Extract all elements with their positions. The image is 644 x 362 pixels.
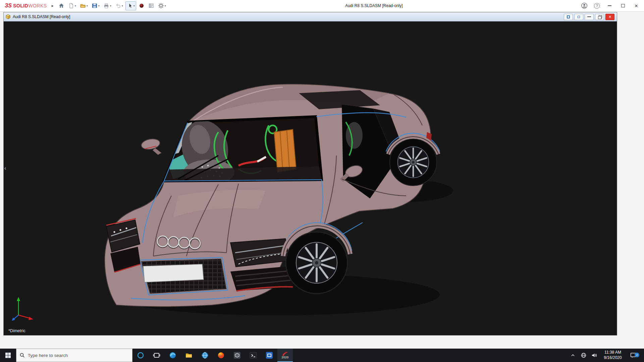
document-titlebar[interactable]: Audi R8 S.SLDASM [Read-only] × bbox=[4, 12, 617, 21]
terminal-button[interactable] bbox=[245, 349, 261, 362]
network-globe-icon bbox=[581, 352, 587, 358]
pane-icon bbox=[578, 16, 580, 18]
document-window-controls: × bbox=[564, 14, 614, 20]
doc-pane-toggle-2-button[interactable] bbox=[574, 14, 583, 20]
cad-cube-icon bbox=[233, 351, 241, 359]
task-view-button[interactable] bbox=[149, 349, 165, 362]
speaker-icon bbox=[591, 352, 597, 358]
account-button[interactable] bbox=[581, 2, 588, 9]
pane-icon bbox=[567, 15, 570, 18]
select-tool-button[interactable]: ▾ bbox=[125, 1, 136, 10]
doc-pane-toggle-1-button[interactable] bbox=[564, 14, 573, 20]
browser-button[interactable] bbox=[197, 349, 213, 362]
gear-icon bbox=[158, 3, 164, 9]
cortana-button[interactable] bbox=[132, 349, 149, 362]
app-titlebar: ЗS SOLID WORKS ▸ ▾ ▾ ▾ ▾ ▾ ▾ bbox=[0, 0, 644, 12]
edge-icon bbox=[169, 351, 177, 359]
task-pane-button[interactable] bbox=[147, 1, 156, 10]
taskbar: 2020 11:38 AM 9/16/2020 2 bbox=[0, 349, 644, 362]
edge-button[interactable] bbox=[165, 349, 181, 362]
chevron-down-icon[interactable]: ▾ bbox=[87, 4, 88, 7]
chevron-down-icon[interactable]: ▾ bbox=[165, 4, 166, 7]
blue-window-icon bbox=[265, 351, 273, 359]
help-button[interactable]: ? bbox=[594, 3, 600, 9]
terminal-icon bbox=[249, 351, 257, 359]
notification-badge: 2 bbox=[635, 353, 639, 357]
close-icon: × bbox=[635, 3, 638, 9]
task-pane-icon bbox=[148, 3, 154, 9]
view-orientation-label: *Dimetric bbox=[8, 328, 25, 333]
chevron-down-icon[interactable]: ▾ bbox=[75, 4, 76, 7]
close-button[interactable]: × bbox=[633, 2, 640, 9]
minimize-button[interactable] bbox=[606, 2, 613, 9]
print-button[interactable]: ▾ bbox=[102, 1, 113, 10]
red-sphere-icon bbox=[139, 3, 145, 9]
taskbar-search[interactable] bbox=[16, 349, 132, 362]
print-icon bbox=[103, 3, 109, 9]
doc-close-button[interactable]: × bbox=[605, 14, 614, 20]
undo-button[interactable]: ▾ bbox=[114, 1, 124, 10]
select-cursor-icon bbox=[127, 3, 133, 9]
save-button[interactable]: ▾ bbox=[90, 1, 101, 10]
solidworks-taskbar-button[interactable]: 2020 bbox=[277, 349, 293, 362]
user-account-icon bbox=[581, 2, 588, 9]
undo-icon bbox=[115, 3, 121, 9]
home-icon bbox=[58, 3, 64, 9]
solidworks-year-badge: 2020 bbox=[282, 356, 289, 359]
taskbar-spacer bbox=[293, 349, 568, 362]
solidworks-logo: ЗS SOLID WORKS bbox=[5, 3, 47, 9]
menu-flyout-arrow-icon[interactable]: ▸ bbox=[52, 3, 54, 8]
app-window-controls: ? × bbox=[581, 2, 640, 9]
system-tray: 11:38 AM 9/16/2020 2 bbox=[568, 349, 644, 362]
search-input[interactable] bbox=[28, 353, 129, 358]
chevron-down-icon[interactable]: ▾ bbox=[122, 4, 123, 7]
start-button[interactable] bbox=[0, 349, 16, 362]
task-view-icon bbox=[153, 351, 161, 359]
clock-time: 11:38 AM bbox=[600, 350, 626, 355]
chevron-down-icon[interactable]: ▾ bbox=[133, 4, 135, 7]
volume-button[interactable] bbox=[589, 352, 599, 358]
graphics-viewport[interactable]: ‹ *Dimetric bbox=[4, 21, 617, 335]
open-folder-icon bbox=[80, 3, 86, 9]
quick-access-toolbar: ▾ ▾ ▾ ▾ ▾ ▾ ▾ bbox=[57, 1, 167, 10]
restore-icon bbox=[598, 15, 601, 18]
car-model-render bbox=[4, 21, 617, 335]
taskbar-clock[interactable]: 11:38 AM 9/16/2020 bbox=[600, 350, 626, 360]
options-button[interactable]: ▾ bbox=[157, 1, 167, 10]
windows-logo-icon bbox=[5, 352, 11, 358]
maximize-button[interactable] bbox=[619, 2, 627, 9]
assembly-document-icon bbox=[5, 14, 11, 19]
doc-minimize-button[interactable] bbox=[585, 14, 594, 20]
firefox-icon bbox=[217, 351, 225, 359]
document-title: Audi R8 S.SLDASM [Read-only] bbox=[13, 14, 564, 19]
globe-browser-icon bbox=[201, 351, 209, 359]
open-button[interactable]: ▾ bbox=[78, 1, 89, 10]
cad-viewer-button[interactable] bbox=[229, 349, 245, 362]
chevron-down-icon[interactable]: ▾ bbox=[98, 4, 100, 7]
tray-expand-button[interactable] bbox=[568, 353, 578, 358]
media-app-button[interactable] bbox=[261, 349, 277, 362]
minimize-icon bbox=[587, 16, 591, 17]
chevron-up-icon bbox=[571, 353, 575, 358]
featuremanager-collapse-tab[interactable]: ‹ bbox=[4, 166, 6, 171]
3ds-logo-icon: ЗS bbox=[5, 3, 12, 9]
new-document-button[interactable]: ▾ bbox=[67, 1, 77, 10]
document-window: Audi R8 S.SLDASM [Read-only] × bbox=[3, 12, 617, 336]
view-marker-button[interactable] bbox=[137, 1, 146, 10]
app-window-title: Audi R8 S.SLDASM [Read-only] bbox=[167, 3, 581, 8]
doc-restore-button[interactable] bbox=[595, 14, 604, 20]
network-button[interactable] bbox=[579, 352, 589, 358]
file-explorer-icon bbox=[185, 351, 193, 359]
minimize-icon bbox=[608, 5, 611, 6]
action-center-button[interactable]: 2 bbox=[626, 352, 640, 359]
firefox-button[interactable] bbox=[213, 349, 229, 362]
search-icon bbox=[20, 353, 25, 358]
home-button[interactable] bbox=[57, 1, 66, 10]
cortana-icon bbox=[137, 352, 144, 359]
file-explorer-button[interactable] bbox=[181, 349, 197, 362]
chevron-down-icon[interactable]: ▾ bbox=[110, 4, 111, 7]
clock-date: 9/16/2020 bbox=[600, 355, 626, 361]
save-icon bbox=[92, 3, 98, 9]
orientation-triad bbox=[11, 294, 38, 324]
maximize-icon bbox=[621, 4, 625, 7]
